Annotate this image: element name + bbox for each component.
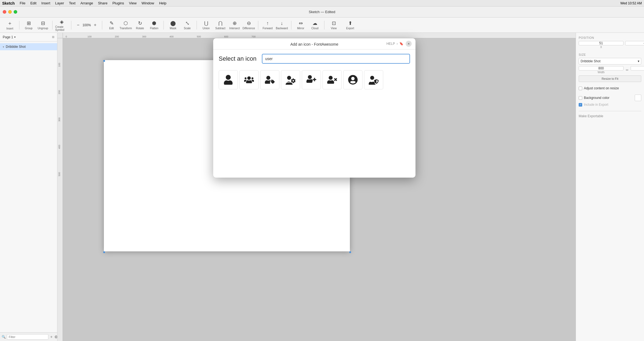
user-times-icon[interactable] [323,70,342,89]
toolbar-separator-8 [291,21,291,30]
user-cog-icon[interactable] [281,70,300,89]
mirror-icon: ⇔ [299,20,303,26]
x-input[interactable] [579,41,623,45]
group-button[interactable]: ⊞ Group [22,19,35,31]
background-color-swatch[interactable] [635,95,641,101]
size-preset-chevron: ▾ [638,59,639,63]
include-export-label: Include in Export [584,103,608,107]
mask-label: Mask [170,27,176,30]
layer-item-dribbble[interactable]: ▾ Dribbble Shot [0,43,57,50]
user-shield-icon[interactable] [364,70,383,89]
size-section: Size Dribbble Shot ▾ Width ⇔ Height Resi… [579,53,641,82]
mirror-button[interactable]: ⇔ Mirror [294,19,307,31]
view-button[interactable]: ⊡ View [327,19,340,31]
intersect-button[interactable]: ⊕ Intersect [228,19,241,31]
zoom-value: 100% [82,23,92,27]
minimize-window-button[interactable] [8,10,12,14]
user-tag-icon[interactable] [260,70,279,89]
filter-input[interactable] [7,334,48,340]
menu-view[interactable]: View [129,1,137,5]
menu-text[interactable]: Text [69,1,75,5]
include-export-checkbox[interactable]: ✓ [579,103,582,107]
scale-button[interactable]: ⤡ Scale [181,19,194,31]
create-symbol-button[interactable]: ◈ Create Symbol [55,19,68,31]
cloud-button[interactable]: ☁ Cloud [308,19,321,31]
zoom-out-button[interactable]: − [76,23,81,28]
maximize-window-button[interactable] [14,10,17,14]
zoom-in-button[interactable]: ＋ [93,22,98,28]
export-label: Export [346,27,354,30]
menu-layer[interactable]: Layer [55,1,64,5]
y-input-group: Y [625,41,644,49]
menu-window[interactable]: Window [142,1,154,5]
handle-tl[interactable] [103,60,105,62]
export-button[interactable]: ⬆ Export [344,19,357,31]
close-window-button[interactable] [3,10,6,14]
toolbar-separator-6 [197,21,197,30]
dialog-close-button[interactable]: × [406,41,412,47]
dialog-help-link[interactable]: HELP › 🔖 [387,42,403,46]
ruler-tick-v-100: 100 [58,63,61,67]
menu-edit[interactable]: Edit [30,1,36,5]
menu-share[interactable]: Share [98,1,107,5]
ungroup-icon: ⊟ [41,20,45,26]
transform-button[interactable]: ⬡ Transform [119,19,132,31]
menu-arrange[interactable]: Arrange [80,1,93,5]
user-circle-icon[interactable] [343,70,362,89]
mask-button[interactable]: ⬤ Mask [166,19,180,31]
difference-button[interactable]: ⊖ Difference [242,19,255,31]
backward-button[interactable]: ↓ Backward [275,19,288,31]
union-button[interactable]: ⋃ Union [200,19,213,31]
size-preset-dropdown[interactable]: Dribbble Shot ▾ [579,58,641,64]
icon-search-input[interactable] [262,54,410,64]
adjust-content-row: Adjust content on resize [579,86,641,90]
insert-icon: ＋ [7,20,12,27]
flatten-icon: ⬢ [152,20,156,26]
handle-br[interactable] [349,251,351,253]
ungroup-button[interactable]: ⊟ Ungroup [36,19,49,31]
view-label: View [331,27,337,30]
background-color-checkbox[interactable] [579,96,582,100]
close-icon: × [408,42,410,46]
handle-bl[interactable] [103,251,105,253]
user-plus-icon[interactable] [302,70,321,89]
ruler-h-content: 0 100 200 300 400 500 600 700 [63,33,576,38]
ruler-tick-300: 300 [142,35,146,38]
menu-insert[interactable]: Insert [41,1,50,5]
include-export-row: ✓ Include in Export [579,103,641,107]
help-label: HELP [387,42,395,46]
users-icon[interactable] [239,70,259,89]
subtract-button[interactable]: ⋂ Subtract [214,19,227,31]
page-add-icon[interactable]: ⊞ [52,35,54,39]
menu-plugins[interactable]: Plugins [112,1,124,5]
position-row: X Y [579,41,641,49]
adjust-content-label: Adjust content on resize [584,86,619,90]
scale-icon: ⤡ [185,20,189,26]
ruler-tick-600: 600 [224,35,228,38]
rotate-button[interactable]: ↻ Rotate [133,19,147,31]
page-selector[interactable]: Page 1 ▾ ⊞ [0,33,57,42]
add-layer-icon[interactable]: ＋ [49,334,53,339]
menubar-right: Wed 10:52 AM [620,1,642,5]
flatten-button[interactable]: ⬢ Flatten [148,19,161,31]
y-input[interactable] [625,41,644,45]
settings-icon[interactable]: ⚙ [54,335,57,339]
ruler-tick-0: 0 [66,35,67,38]
group-label: Group [25,27,33,30]
menu-help[interactable]: Help [159,1,166,5]
scale-label: Scale [184,27,191,30]
toolbar-separator-2 [52,21,52,30]
resize-to-fit-label: Resize to Fit [602,77,618,80]
edit-button[interactable]: ✎ Edit [105,19,118,31]
forward-button[interactable]: ↑ Forward [261,19,274,31]
menu-file[interactable]: File [20,1,25,5]
adjust-content-checkbox[interactable] [579,87,582,90]
size-preset-value: Dribbble Shot [581,59,601,63]
height-input[interactable] [631,66,644,70]
insert-button[interactable]: ＋ Insert [3,19,16,31]
user-icon[interactable] [219,70,238,89]
width-input[interactable] [579,66,623,70]
resize-to-fit-button[interactable]: Resize to Fit [579,75,641,82]
link-dimensions-icon[interactable]: ⇔ [626,68,628,72]
app-name: Sketch [2,1,15,5]
